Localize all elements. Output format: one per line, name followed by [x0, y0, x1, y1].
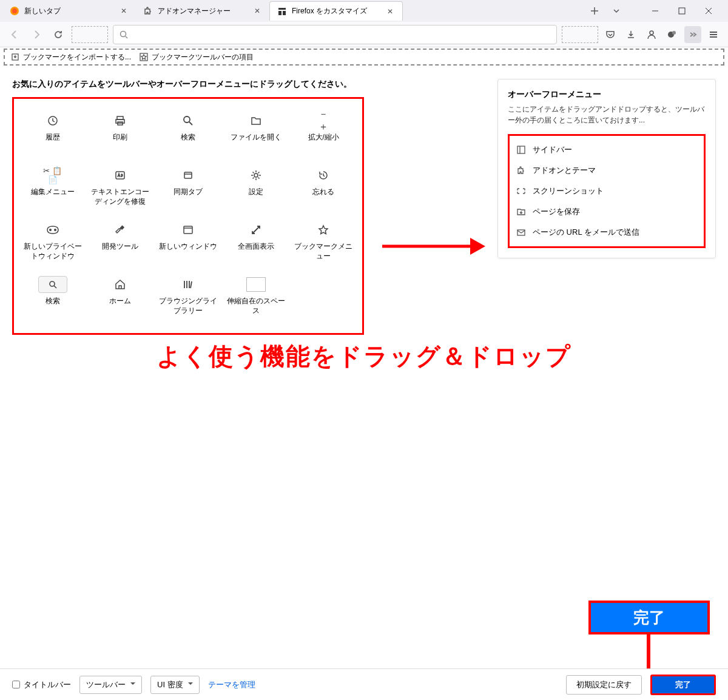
puzzle-icon: [143, 6, 153, 16]
bookmark-menu-icon: [314, 221, 333, 238]
sync-tab-icon: [178, 167, 198, 184]
toolbar-drop-slot[interactable]: [562, 26, 598, 43]
svg-point-19: [254, 173, 258, 177]
import-bookmarks-label: ブックマークをインポートする...: [23, 52, 131, 62]
palette-item-search[interactable]: 検索: [154, 110, 222, 158]
palette-item-sync-tab[interactable]: 同期タブ: [154, 164, 222, 213]
palette-item-edit-menu[interactable]: ✂ 📋 📄編集メニュー: [19, 164, 87, 213]
palette-item-label: 編集メニュー: [31, 187, 75, 197]
palette-item-label: 忘れる: [312, 187, 334, 197]
palette-item-label: 全画面表示: [238, 242, 274, 252]
palette-item-label: 拡大/縮小: [308, 133, 339, 143]
import-bookmarks-button[interactable]: ブックマークをインポートする...: [11, 52, 131, 62]
close-icon[interactable]: ✕: [119, 6, 129, 16]
reload-button[interactable]: [50, 26, 67, 43]
import-icon: [11, 53, 19, 61]
close-window-button[interactable]: [696, 2, 721, 19]
palette-item-bookmark-menu[interactable]: ブックマークメニュー: [289, 219, 357, 268]
overflow-list[interactable]: サイドバーアドオンとテーマスクリーンショットページを保存ページの URL をメー…: [508, 134, 706, 248]
palette-item-home[interactable]: ホーム: [87, 274, 155, 322]
done-button[interactable]: 完了: [650, 675, 716, 695]
tab-title: アドオンマネージャー: [158, 6, 248, 16]
palette-item-new-window[interactable]: 新しいウィンドウ: [154, 219, 222, 268]
svg-rect-22: [184, 226, 192, 234]
toolbar-drop-slot[interactable]: [72, 26, 108, 43]
palette-item-label: 設定: [249, 187, 263, 197]
url-bar[interactable]: [113, 25, 557, 44]
overflow-item-addons[interactable]: アドオンとテーマ: [512, 160, 701, 181]
titlebar-checkbox-input[interactable]: [12, 681, 20, 688]
svg-point-20: [49, 229, 52, 231]
manage-themes-link[interactable]: テーマを管理: [208, 679, 255, 690]
overflow-button[interactable]: [684, 26, 701, 43]
bookmark-toolbar[interactable]: ブックマークをインポートする... ブックマークツールバーの項目: [4, 49, 724, 66]
history-icon: [43, 112, 62, 129]
overflow-item-sidebar[interactable]: サイドバー: [512, 140, 701, 160]
palette-item-library[interactable]: ブラウジングライブラリー: [154, 274, 222, 322]
tab-dropdown-button[interactable]: [609, 4, 624, 18]
titlebar-checkbox[interactable]: タイトルバー: [12, 679, 71, 690]
svg-marker-25: [470, 238, 485, 255]
palette-item-print[interactable]: 印刷: [87, 110, 155, 158]
extension-button[interactable]: [664, 26, 681, 43]
palette-item-flex-space[interactable]: 伸縮自在のスペース: [222, 274, 290, 322]
palette-item-label: 同期タブ: [174, 187, 203, 197]
palette-item-forget[interactable]: 忘れる: [289, 164, 357, 213]
firefox-icon: [10, 6, 19, 16]
annotation-connector: [647, 634, 650, 668]
annotation-done-button[interactable]: 完了: [588, 601, 710, 634]
palette-item-settings[interactable]: 設定: [222, 164, 290, 213]
palette-item-encoding[interactable]: テキストエンコーディングを修復: [87, 164, 155, 213]
forward-button[interactable]: [28, 26, 45, 43]
svg-rect-2: [278, 8, 286, 10]
tab-customize[interactable]: Firefox をカスタマイズ ✕: [269, 1, 403, 21]
palette-item-open-file[interactable]: ファイルを開く: [222, 110, 290, 158]
palette-item-history[interactable]: 履歴: [19, 110, 87, 158]
palette-item-search-box[interactable]: 検索: [19, 274, 87, 322]
overflow-description: ここにアイテムをドラッグアンドドロップすると、ツールバー外の手の届くところに置い…: [508, 104, 706, 126]
palette-item-label: 検索: [46, 297, 60, 306]
titlebar-label: タイトルバー: [24, 679, 71, 690]
palette-item-label: 新しいプライベートウィンドウ: [22, 242, 83, 261]
overflow-item-screenshot[interactable]: スクリーンショット: [512, 181, 701, 201]
overflow-item-save-page[interactable]: ページを保存: [512, 201, 701, 222]
print-icon: [110, 112, 130, 129]
restore-defaults-button[interactable]: 初期設定に戻す: [566, 675, 642, 695]
bookmark-toolbar-items[interactable]: ブックマークツールバーの項目: [140, 52, 254, 62]
svg-rect-5: [679, 8, 685, 14]
palette-item-label: ファイルを開く: [231, 133, 281, 143]
toolbars-select[interactable]: ツールバー: [79, 676, 142, 694]
density-select[interactable]: UI 密度: [150, 676, 200, 694]
account-button[interactable]: [643, 26, 660, 43]
back-button[interactable]: [6, 26, 23, 43]
app-menu-button[interactable]: [705, 26, 722, 43]
close-icon[interactable]: ✕: [252, 6, 262, 16]
close-icon[interactable]: ✕: [385, 7, 395, 16]
svg-rect-26: [517, 146, 525, 153]
tab-new[interactable]: 新しいタブ ✕: [2, 1, 136, 21]
overflow-item-email-link[interactable]: ページの URL をメールで送信: [512, 222, 701, 243]
private-icon: [43, 221, 62, 238]
tab-title: Firefox をカスタマイズ: [292, 6, 380, 16]
palette-item-label: 開発ツール: [102, 242, 138, 252]
svg-point-16: [184, 116, 190, 123]
minimize-button[interactable]: [643, 2, 667, 19]
addons-icon: [516, 166, 527, 175]
palette-item-zoom[interactable]: － ＋拡大/縮小: [289, 110, 357, 158]
palette-item-private[interactable]: 新しいプライベートウィンドウ: [19, 219, 87, 268]
chevron-down-icon: [188, 680, 193, 689]
overflow-menu-panel: オーバーフローメニュー ここにアイテムをドラッグアンドドロップすると、ツールバー…: [497, 79, 716, 258]
new-tab-button[interactable]: [587, 4, 602, 18]
tab-bar: 新しいタブ ✕ アドオンマネージャー ✕ Firefox をカスタマイズ ✕: [0, 0, 728, 22]
settings-icon: [246, 167, 266, 184]
palette-item-fullscreen[interactable]: 全画面表示: [222, 219, 290, 268]
downloads-button[interactable]: [622, 26, 639, 43]
palette-item-label: テキストエンコーディングを修復: [90, 187, 150, 206]
bookmark-items-label: ブックマークツールバーの項目: [152, 52, 254, 62]
maximize-button[interactable]: [670, 2, 694, 19]
palette-item-devtools[interactable]: 開発ツール: [87, 219, 155, 268]
pocket-button[interactable]: [602, 26, 619, 43]
svg-point-21: [54, 229, 56, 231]
svg-point-6: [121, 31, 126, 36]
tab-addons[interactable]: アドオンマネージャー ✕: [136, 1, 269, 21]
